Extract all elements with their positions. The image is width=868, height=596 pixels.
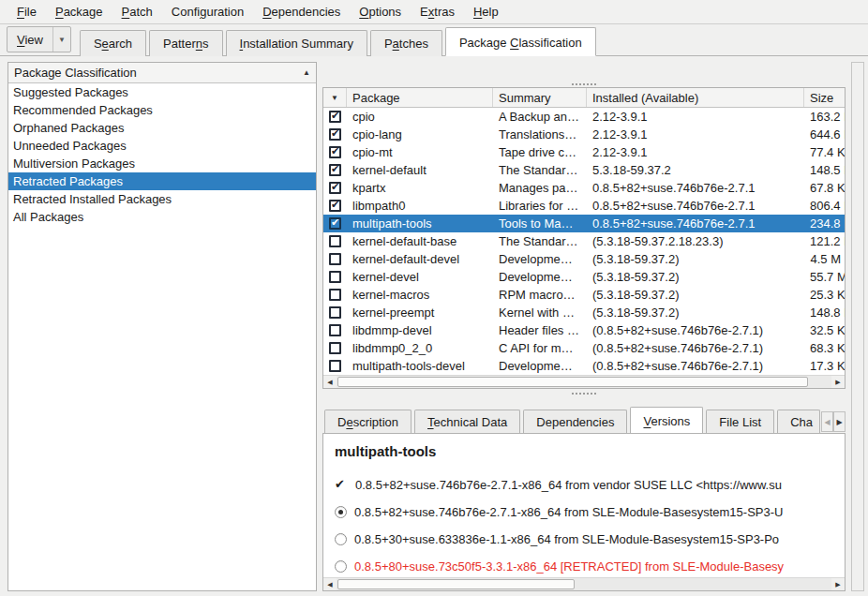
table-row[interactable]: kernel-default-devel Developme… (5.3.18-… [323,250,845,268]
classification-list-header[interactable]: Package Classification ▲ [8,63,316,83]
package-checkbox[interactable] [329,128,341,141]
menu-item[interactable]: Patch [112,2,162,22]
scrollbar-track[interactable] [337,376,831,388]
column-header-installed[interactable]: Installed (Available) [587,88,804,107]
scroll-right-icon[interactable]: ▶ [831,578,845,590]
detail-tab[interactable]: Versions [630,407,703,433]
version-text: 0.8.5+82+suse.746b76e-2.7.1-x86_64 from … [354,505,783,519]
package-checkbox[interactable] [329,111,341,123]
classification-item[interactable]: Recommended Packages [8,101,316,119]
column-header-status[interactable]: ▼ [323,88,347,107]
scrollbar-track[interactable] [337,578,831,590]
table-row[interactable]: libmpath0 Libraries for … 0.8.5+82+suse.… [323,197,845,215]
package-checkbox[interactable] [329,200,341,212]
package-summary: RPM macro… [493,288,587,302]
view-menu-button[interactable]: View ▼ [7,26,71,52]
package-checkbox[interactable] [329,289,341,301]
scroll-left-icon[interactable]: ◀ [323,376,337,388]
package-checkbox[interactable] [329,342,341,354]
package-checkbox[interactable] [329,146,341,158]
column-header-package[interactable]: Package [347,88,493,107]
tab-scroll-right-icon[interactable]: ▶ [833,411,846,432]
package-size: 4.5 M [804,252,845,266]
column-header-summary[interactable]: Summary [493,88,587,107]
package-checkbox[interactable] [329,324,341,336]
menu-item[interactable]: Package [46,2,112,22]
classification-item[interactable]: All Packages [8,208,316,226]
scrollbar-thumb[interactable] [337,579,575,589]
table-row[interactable]: kernel-default-base The Standar… (5.3.18… [323,232,845,250]
scroll-left-icon[interactable]: ◀ [323,578,337,590]
main-tab-bar: View ▼ Search Patterns Installation Summ… [0,24,868,56]
table-row[interactable]: kernel-macros RPM macro… (5.3.18-59.37.2… [323,286,845,304]
package-checkbox[interactable] [329,253,341,265]
package-checkbox[interactable] [329,164,341,176]
menu-item[interactable]: Options [350,2,411,22]
main-tab[interactable]: Installation Summary [226,30,367,56]
detail-tab[interactable]: File List [706,410,774,433]
package-table-header: ▼ Package Summary Installed (Available) … [323,88,845,108]
table-row[interactable]: cpio A Backup an… 2.12-3.9.1 163.2 K [323,108,845,126]
detail-tab[interactable]: Description [324,410,412,433]
package-checkbox[interactable] [329,306,341,319]
main-tab[interactable]: Patches [370,30,442,56]
classification-item[interactable]: Orphaned Packages [8,119,316,137]
version-row[interactable]: ✔ 0.8.5+82+suse.746b76e-2.7.1-x86_64 fro… [335,471,833,499]
splitter-grip[interactable] [322,391,846,396]
menu-item[interactable]: File [7,2,46,22]
package-summary: Developme… [493,359,587,373]
menu-item[interactable]: Help [464,2,508,22]
main-tab[interactable]: Search [80,30,146,56]
table-row[interactable]: cpio-mt Tape drive c… 2.12-3.9.1 77.4 K [323,143,845,161]
row-status-cell [323,235,347,247]
table-row[interactable]: cpio-lang Translations… 2.12-3.9.1 644.6… [323,126,845,143]
table-row[interactable]: multipath-tools-devel Developme… (0.8.5+… [323,357,845,375]
table-row[interactable]: libdmmp-devel Header files … (0.8.5+82+s… [323,321,845,339]
classification-item[interactable]: Retracted Installed Packages [8,190,316,208]
detail-tab[interactable]: Dependencies [523,410,627,433]
main-tab-label: Patches [384,37,428,51]
table-row[interactable]: kernel-devel Developme… (5.3.18-59.37.2)… [323,268,845,286]
classification-item[interactable]: Retracted Packages [8,172,316,190]
version-state-icon[interactable]: ✔ [335,506,347,518]
package-installed-version: (5.3.18-59.37.2) [587,252,804,266]
version-state-icon[interactable]: ✔ [335,479,348,492]
classification-item[interactable]: Unneeded Packages [8,137,316,155]
column-header-size[interactable]: Size [804,88,845,107]
package-name: kernel-default [347,163,493,177]
table-row[interactable]: libdmmp0_2_0 C API for m… (0.8.5+82+suse… [323,339,845,357]
menu-item[interactable]: Dependencies [253,2,350,22]
version-state-icon[interactable]: ✔ [335,560,347,573]
version-state-icon[interactable]: ✔ [335,533,347,545]
version-row[interactable]: ✔ 0.8.5+82+suse.746b76e-2.7.1-x86_64 fro… [335,499,833,526]
detail-tab[interactable]: Technical Data [414,410,520,433]
detail-tab[interactable]: Cha [777,410,820,433]
package-checkbox[interactable] [329,271,341,283]
menu-item[interactable]: Configuration [162,2,253,22]
main-tab[interactable]: Patterns [149,30,222,56]
version-text: 0.8.5+30+suse.633836e-1.1-x86_64 from SL… [354,532,779,546]
classification-item[interactable]: Suggested Packages [8,83,316,101]
table-row[interactable]: kernel-default The Standar… 5.3.18-59.37… [323,161,845,179]
package-size: 163.2 K [804,110,845,124]
menu-item[interactable]: Extras [411,2,464,22]
sort-ascending-icon: ▲ [303,68,310,77]
scrollbar-thumb[interactable] [337,377,808,387]
package-pane: ▼ Package Summary Installed (Available) … [322,62,846,591]
package-checkbox[interactable] [329,217,341,230]
version-row[interactable]: ✔ 0.8.5+80+suse.73c50f5-3.3.1-x86_64 [RE… [335,553,833,577]
package-summary: The Standar… [493,163,587,177]
package-checkbox[interactable] [329,235,341,247]
main-tab[interactable]: Package Classification [445,27,596,56]
package-checkbox[interactable] [329,360,341,372]
version-row[interactable]: ✔ 0.8.5+30+suse.633836e-1.1-x86_64 from … [335,526,833,553]
table-row[interactable]: kernel-preempt Kernel with … (5.3.18-59.… [323,304,845,321]
classification-list: Package Classification ▲ Suggested Packa… [7,62,317,591]
classification-item[interactable]: Multiversion Packages [8,155,316,172]
table-row[interactable]: kpartx Manages pa… 0.8.5+82+suse.746b76e… [323,179,845,197]
scroll-right-icon[interactable]: ▶ [831,376,845,388]
table-row[interactable]: multipath-tools Tools to Ma… 0.8.5+82+su… [323,215,845,232]
package-checkbox[interactable] [329,182,341,194]
vertical-scrollbar-track[interactable] [851,62,864,591]
tab-scroll-left-icon[interactable]: ◀ [821,411,833,432]
